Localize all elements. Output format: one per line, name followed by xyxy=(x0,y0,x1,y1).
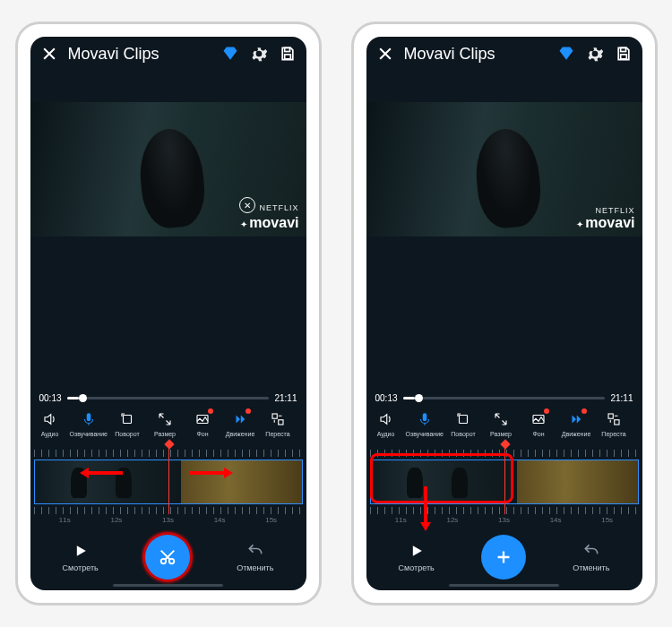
save-icon[interactable] xyxy=(614,44,633,64)
playhead[interactable] xyxy=(168,444,170,514)
app-screen: Movavi Clips NETFLIX ✦movavi 00:13 xyxy=(366,37,642,590)
total-time: 21:11 xyxy=(274,393,297,403)
tool-voice[interactable]: Озвучивание xyxy=(70,410,108,437)
add-fab-button[interactable] xyxy=(481,535,526,580)
app-screen: Movavi Clips ✕ NETFLIX ✦movavi xyxy=(30,37,306,590)
tool-rearrange[interactable]: Переста xyxy=(596,410,632,437)
close-icon[interactable] xyxy=(375,44,395,64)
svg-rect-2 xyxy=(284,55,290,59)
svg-rect-3 xyxy=(86,413,90,421)
svg-rect-17 xyxy=(615,420,619,425)
phone-right: Movavi Clips NETFLIX ✦movavi 00:13 xyxy=(352,22,657,605)
svg-rect-12 xyxy=(620,55,626,59)
total-time: 21:11 xyxy=(610,393,633,403)
tool-rearrange[interactable]: Переста xyxy=(260,410,296,437)
bottom-bar: Смотреть Отменить xyxy=(366,529,642,590)
tool-audio[interactable]: Аудио xyxy=(32,410,68,437)
svg-rect-11 xyxy=(620,47,625,51)
header-bar: Movavi Clips xyxy=(366,37,642,71)
tool-motion[interactable]: Движение xyxy=(222,410,258,437)
timeline[interactable] xyxy=(30,444,306,514)
playback-slider[interactable] xyxy=(403,397,606,399)
android-nav-indicator xyxy=(449,584,559,587)
time-marks: 11s12s13s14s15s xyxy=(30,514,306,529)
tool-motion[interactable]: Движение xyxy=(558,410,594,437)
svg-point-10 xyxy=(592,52,596,56)
svg-rect-6 xyxy=(272,414,277,418)
clip-segment-2[interactable] xyxy=(517,460,637,503)
play-button[interactable]: Смотреть xyxy=(63,542,99,572)
tool-background[interactable]: Фон xyxy=(185,410,220,437)
settings-gear-icon[interactable] xyxy=(585,44,605,64)
premium-diamond-icon[interactable] xyxy=(220,44,240,64)
android-nav-indicator xyxy=(113,584,223,587)
tool-row: Аудио Озвучивание Поворот Размер Фон Дви… xyxy=(366,407,642,444)
svg-point-0 xyxy=(256,52,260,56)
svg-rect-13 xyxy=(422,413,426,421)
phone-left: Movavi Clips ✕ NETFLIX ✦movavi xyxy=(16,22,321,605)
play-button[interactable]: Смотреть xyxy=(399,542,435,572)
annotation-arrow-right xyxy=(190,468,233,478)
annotation-arrow-left xyxy=(80,468,123,478)
tool-rotate[interactable]: Поворот xyxy=(445,410,481,437)
close-icon[interactable] xyxy=(39,44,59,64)
tool-size[interactable]: Размер xyxy=(147,410,183,437)
remove-watermark-icon[interactable]: ✕ xyxy=(239,197,255,213)
video-preview[interactable]: ✕ NETFLIX ✦movavi xyxy=(30,71,306,268)
header-bar: Movavi Clips xyxy=(30,37,306,71)
tool-audio[interactable]: Аудио xyxy=(368,410,404,437)
video-preview[interactable]: NETFLIX ✦movavi xyxy=(366,71,642,268)
svg-rect-1 xyxy=(284,47,289,51)
save-icon[interactable] xyxy=(278,44,297,64)
premium-diamond-icon[interactable] xyxy=(556,44,576,64)
app-title: Movavi Clips xyxy=(404,45,547,64)
current-time: 00:13 xyxy=(39,393,62,403)
tool-row: Аудио Озвучивание Поворот Размер Фон Дви… xyxy=(30,407,306,444)
undo-button[interactable]: Отменить xyxy=(237,542,273,572)
watermark: ✕ NETFLIX ✦movavi xyxy=(239,199,299,231)
svg-rect-14 xyxy=(459,416,467,424)
bottom-bar: Смотреть Отменить xyxy=(30,529,306,590)
annotation-arrow-down xyxy=(420,486,431,531)
time-marks: 11s12s13s14s15s xyxy=(366,514,642,529)
tool-voice[interactable]: Озвучивание xyxy=(406,410,444,437)
playback-slider[interactable] xyxy=(67,397,270,399)
tool-background[interactable]: Фон xyxy=(521,410,556,437)
time-slider-row: 00:13 21:11 xyxy=(366,393,642,407)
undo-button[interactable]: Отменить xyxy=(573,542,609,572)
timeline[interactable] xyxy=(366,444,642,514)
cut-fab-button[interactable] xyxy=(145,535,190,580)
time-slider-row: 00:13 21:11 xyxy=(30,393,306,407)
current-time: 00:13 xyxy=(375,393,398,403)
settings-gear-icon[interactable] xyxy=(249,44,269,64)
svg-rect-16 xyxy=(608,414,613,418)
watermark: NETFLIX ✦movavi xyxy=(576,205,634,231)
tool-size[interactable]: Размер xyxy=(483,410,519,437)
svg-rect-4 xyxy=(123,416,131,424)
app-title: Movavi Clips xyxy=(68,45,211,64)
annotation-clip-highlight xyxy=(370,453,513,503)
svg-rect-7 xyxy=(279,420,283,425)
tool-rotate[interactable]: Поворот xyxy=(109,410,145,437)
